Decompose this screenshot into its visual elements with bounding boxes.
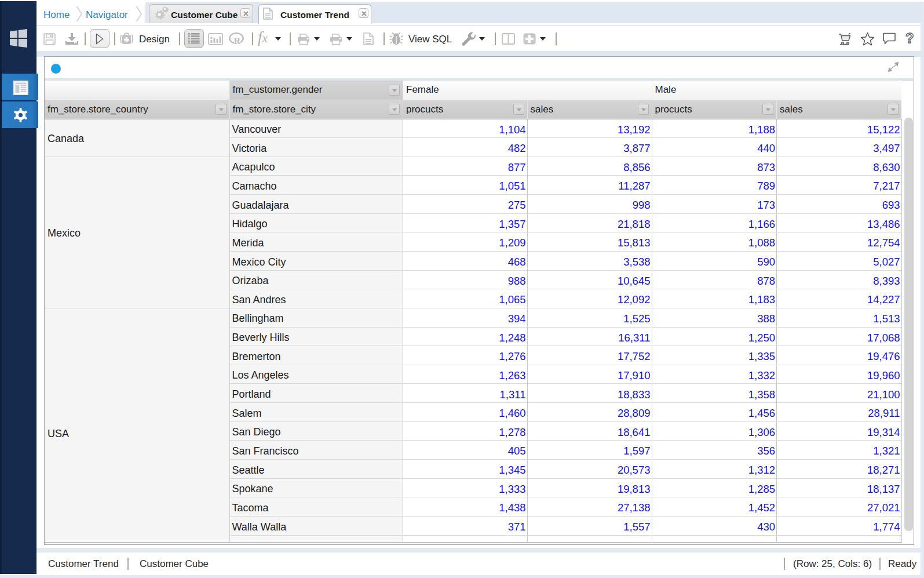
svg-text:?: ? <box>905 31 914 46</box>
svg-text:R: R <box>234 36 241 45</box>
